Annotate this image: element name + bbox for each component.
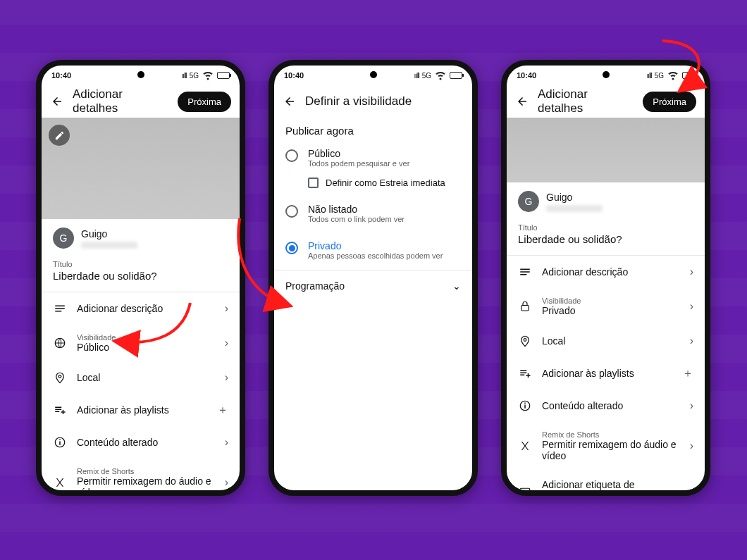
channel-handle-blurred <box>81 242 137 249</box>
title-field[interactable]: Título Liberdade ou solidão? <box>507 220 705 255</box>
visibility-option-unlisted[interactable]: Não listado Todos com o link podem ver <box>274 198 472 229</box>
remix-main: Permitir remixagem do áudio e vídeo <box>77 475 215 496</box>
paid-promo-row[interactable]: Adicionar etiqueta de promoção paga › <box>507 470 705 496</box>
add-description-label: Adicionar descrição <box>542 266 628 278</box>
playlists-row[interactable]: Adicionar às playlists ＋ <box>42 394 240 426</box>
svg-point-1 <box>58 375 61 378</box>
schedule-row[interactable]: Programação ⌄ <box>274 270 472 301</box>
page-title: Definir a visibilidade <box>305 94 464 108</box>
title-label: Título <box>518 223 693 232</box>
page-title: Adicionar detalhes <box>73 87 169 116</box>
plus-icon: ＋ <box>682 366 693 381</box>
remix-row[interactable]: Remix de Shorts Permitir remixagem do áu… <box>42 459 240 496</box>
wifi-icon <box>667 68 679 82</box>
playlists-label: Adicionar às playlists <box>77 404 169 416</box>
plus-icon: ＋ <box>217 403 228 418</box>
next-button[interactable]: Próxima <box>643 92 696 112</box>
channel-name: Guigo <box>546 192 603 203</box>
network-label: 5G <box>190 72 199 80</box>
svg-rect-4 <box>59 440 61 441</box>
wifi-icon <box>434 68 447 82</box>
battery-icon <box>217 72 230 79</box>
private-label: Privado <box>308 240 443 251</box>
remix-sub: Remix de Shorts <box>542 430 680 439</box>
title-value: Liberdade ou solidão? <box>53 270 228 282</box>
video-thumbnail[interactable] <box>507 118 705 182</box>
premiere-checkbox-row[interactable]: Definir como Estreia imediata <box>274 173 472 192</box>
phone-screen-1: 10:40 ıılll 5G Adicionar detalhes Próxim… <box>36 60 245 496</box>
chevron-right-icon: › <box>690 399 693 412</box>
radio-unchecked-icon <box>285 149 298 162</box>
wifi-icon <box>202 68 214 82</box>
svg-rect-6 <box>521 306 529 311</box>
channel-row: G Guigo <box>507 182 705 220</box>
battery-icon <box>682 72 695 79</box>
status-time: 10:40 <box>284 71 304 80</box>
globe-icon <box>53 336 67 350</box>
location-label: Local <box>542 335 565 347</box>
altered-content-row[interactable]: Conteúdo alterado › <box>507 390 705 422</box>
public-label: Público <box>308 148 409 159</box>
visibility-label: Visibilidade <box>542 297 680 305</box>
channel-handle-blurred <box>546 205 603 212</box>
remix-main: Permitir remixagem do áudio e vídeo <box>542 439 680 461</box>
visibility-option-private[interactable]: Privado Apenas pessoas escolhidas podem … <box>274 235 472 266</box>
remix-icon <box>53 475 67 490</box>
back-icon[interactable] <box>515 94 529 108</box>
schedule-label: Programação <box>285 280 345 292</box>
info-icon <box>518 399 532 413</box>
playlists-row[interactable]: Adicionar às playlists ＋ <box>507 357 705 390</box>
remix-row[interactable]: Remix de Shorts Permitir remixagem do áu… <box>507 422 705 470</box>
chevron-right-icon: › <box>690 300 693 313</box>
svg-rect-3 <box>59 442 61 445</box>
title-value: Liberdade ou solidão? <box>518 233 693 245</box>
video-thumbnail[interactable] <box>42 118 240 219</box>
app-bar: Adicionar detalhes Próxima <box>507 85 705 118</box>
location-row[interactable]: Local › <box>42 361 240 394</box>
visibility-value: Público <box>77 342 215 353</box>
altered-label: Conteúdo alterado <box>77 437 158 448</box>
avatar: G <box>53 228 74 249</box>
svg-rect-9 <box>524 405 526 409</box>
camera-hole <box>370 71 377 78</box>
description-icon <box>53 301 67 316</box>
battery-icon <box>450 72 462 79</box>
app-bar: Adicionar detalhes Próxima <box>42 85 240 118</box>
lock-icon <box>518 299 532 313</box>
edit-thumbnail-icon[interactable] <box>49 125 70 146</box>
chevron-right-icon: › <box>690 485 693 496</box>
add-description-row[interactable]: Adicionar descrição › <box>507 256 705 288</box>
title-label: Título <box>53 260 228 268</box>
altered-content-row[interactable]: Conteúdo alterado › <box>42 426 240 459</box>
chevron-right-icon: › <box>225 476 228 489</box>
visibility-row[interactable]: Visibilidade Público › <box>42 325 240 361</box>
private-sub: Apenas pessoas escolhidas podem ver <box>308 251 443 260</box>
publish-now-section: Publicar agora <box>274 118 472 142</box>
title-field[interactable]: Título Liberdade ou solidão? <box>42 257 240 292</box>
next-button[interactable]: Próxima <box>178 92 231 112</box>
radio-unchecked-icon <box>285 205 298 218</box>
add-description-row[interactable]: Adicionar descrição › <box>42 292 240 325</box>
visibility-label: Visibilidade <box>77 333 215 342</box>
visibility-row[interactable]: Visibilidade Privado › <box>507 288 705 325</box>
signal-icon: ıılll <box>414 72 419 80</box>
channel-row: G Guigo <box>42 219 240 257</box>
paid-icon <box>518 484 532 496</box>
visibility-option-public[interactable]: Público Todos podem pesquisar e ver <box>274 142 472 173</box>
checkbox-unchecked-icon <box>308 178 319 188</box>
back-icon[interactable] <box>283 94 297 108</box>
location-label: Local <box>77 372 100 383</box>
svg-rect-11 <box>520 488 530 494</box>
status-time: 10:40 <box>517 71 536 80</box>
visibility-value: Privado <box>542 305 680 316</box>
remix-icon <box>518 439 532 453</box>
back-icon[interactable] <box>50 94 64 108</box>
phone-screen-2: 10:40 ıılll 5G Definir a visibilidade Pu… <box>268 60 478 496</box>
phone-screen-3: 10:40 ıılll 5G Adicionar detalhes Próxim… <box>501 60 710 496</box>
unlisted-label: Não listado <box>308 204 405 215</box>
svg-rect-10 <box>524 403 526 404</box>
chevron-right-icon: › <box>690 440 693 452</box>
premiere-label: Definir como Estreia imediata <box>326 178 445 188</box>
network-label: 5G <box>655 72 664 80</box>
location-row[interactable]: Local › <box>507 325 705 357</box>
